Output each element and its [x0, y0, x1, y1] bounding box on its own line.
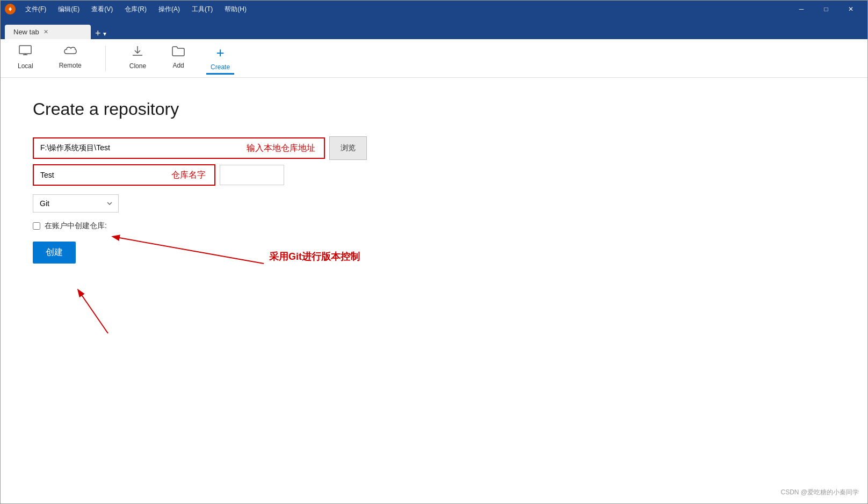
tab-dropdown-button[interactable]: ▾: [103, 30, 106, 38]
maximize-button[interactable]: □: [814, 1, 838, 18]
toolbar-add-label: Add: [172, 62, 184, 69]
menu-repo[interactable]: 仓库(R): [119, 4, 152, 15]
toolbar-local-label: Local: [18, 62, 33, 70]
toolbar-remote[interactable]: Remote: [55, 43, 86, 73]
git-annotation: 采用Git进行版本控制: [269, 250, 360, 263]
tab-close-button[interactable]: ✕: [44, 28, 48, 35]
toolbar-separator: [105, 46, 106, 71]
monitor-icon: [19, 45, 32, 60]
name-input-wrapper: 仓库名字: [33, 164, 215, 186]
window-controls: ─ □ ✕: [789, 1, 863, 18]
tab-bar: New tab ✕ + ▾: [1, 18, 867, 39]
menu-action[interactable]: 操作(A): [153, 4, 185, 15]
menu-file[interactable]: 文件(F): [20, 4, 52, 15]
publish-checkbox[interactable]: [33, 222, 40, 230]
watermark: CSDN @爱吃糖的小秦同学: [780, 488, 859, 497]
tab-label: New tab: [13, 28, 39, 36]
svg-line-8: [78, 290, 108, 333]
name-row: 仓库名字: [33, 164, 835, 186]
download-icon: [132, 45, 143, 60]
vcs-select[interactable]: Git Mercurial None: [33, 194, 119, 213]
path-row: 输入本地仓库地址 浏览: [33, 136, 835, 160]
active-tab[interactable]: New tab ✕: [5, 25, 91, 39]
app-logo: [5, 4, 16, 14]
close-button[interactable]: ✕: [838, 1, 863, 18]
publish-label: 在账户中创建仓库:: [45, 221, 107, 231]
menu-help[interactable]: 帮助(H): [219, 4, 252, 15]
toolbar-clone[interactable]: Clone: [125, 43, 150, 74]
minimize-button[interactable]: ─: [789, 1, 814, 18]
toolbar-clone-label: Clone: [129, 62, 146, 70]
page-title: Create a repository: [33, 99, 835, 119]
main-content: Create a repository 输入本地仓库地址 浏览 仓库名字 Git…: [1, 78, 867, 285]
vcs-row: Git Mercurial None: [33, 190, 835, 217]
path-input[interactable]: [34, 138, 238, 158]
toolbar-create-label: Create: [211, 63, 230, 71]
menu-bar: 文件(F) 编辑(E) 查看(V) 仓库(R) 操作(A) 工具(T) 帮助(H…: [20, 4, 789, 15]
path-hint-label: 输入本地仓库地址: [238, 143, 324, 154]
app-window: 文件(F) 编辑(E) 查看(V) 仓库(R) 操作(A) 工具(T) 帮助(H…: [0, 0, 868, 504]
toolbar: Local Remote Clone: [1, 39, 867, 78]
name-input[interactable]: [34, 165, 163, 185]
name-extra-input[interactable]: [220, 165, 284, 185]
cloud-icon: [63, 46, 77, 60]
toolbar-remote-label: Remote: [59, 62, 82, 69]
create-icon: +: [216, 45, 225, 61]
create-button[interactable]: 创建: [33, 242, 76, 264]
menu-view[interactable]: 查看(V): [86, 4, 118, 15]
menu-edit[interactable]: 编辑(E): [53, 4, 85, 15]
svg-rect-1: [19, 46, 31, 54]
name-hint-label: 仓库名字: [163, 170, 214, 181]
browse-button[interactable]: 浏览: [329, 136, 367, 160]
new-tab-button[interactable]: + ▾: [95, 28, 106, 39]
toolbar-local[interactable]: Local: [13, 43, 38, 74]
toolbar-create[interactable]: + Create: [206, 42, 234, 75]
toolbar-add[interactable]: Add: [168, 43, 189, 73]
path-input-wrapper: 输入本地仓库地址: [33, 137, 325, 159]
titlebar: 文件(F) 编辑(E) 查看(V) 仓库(R) 操作(A) 工具(T) 帮助(H…: [1, 1, 867, 18]
menu-tools[interactable]: 工具(T): [186, 4, 218, 15]
publish-checkbox-row: 在账户中创建仓库:: [33, 221, 835, 231]
folder-icon: [172, 46, 185, 60]
